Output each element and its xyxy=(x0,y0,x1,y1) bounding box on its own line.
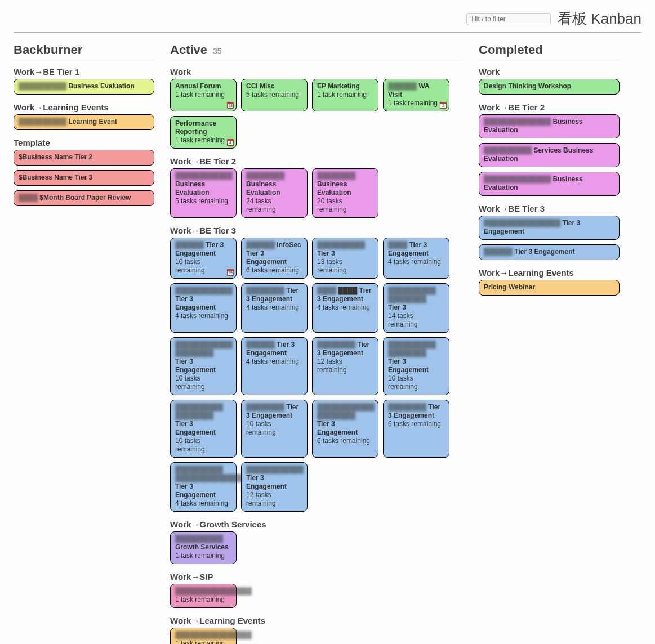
redacted-text: ██████████ ██████████████ xyxy=(175,466,242,482)
card-subtitle: 14 tasks remaining xyxy=(388,312,444,329)
card-subtitle: 12 tasks remaining xyxy=(317,357,373,374)
kanban-card[interactable]: CCI Misc5 tasks remaining xyxy=(241,79,308,111)
kanban-card[interactable]: $Business Name Tier 2 xyxy=(14,150,154,166)
kanban-card[interactable]: ██████████ ████████ Tier 314 tasks remai… xyxy=(383,283,449,333)
kanban-card[interactable]: ████████████ Business Evaluation5 tasks … xyxy=(170,168,237,218)
card-subtitle: 4 tasks remaining xyxy=(246,303,302,312)
kanban-card[interactable]: ██████ InfoSec Tier 3 Engagement6 tasks … xyxy=(241,238,308,279)
kanban-card[interactable]: ██████████████ Business Evaluation xyxy=(479,114,620,138)
card-subtitle: 1 task remaining xyxy=(175,91,231,99)
card-title-text: CCI Misc xyxy=(246,82,275,90)
kanban-card[interactable]: ██████████ ████████ Tier 3 Engagement10 … xyxy=(170,400,237,458)
filter-input[interactable] xyxy=(466,13,551,25)
card-subtitle: 10 tasks remaining xyxy=(175,437,231,454)
card-subtitle: 1 task remaining xyxy=(175,552,231,560)
card-subtitle: 12 tasks remaining xyxy=(246,491,302,508)
redacted-text: ████████████ ████████ xyxy=(175,341,233,357)
kanban-card[interactable]: EP Marketing1 task remaining xyxy=(312,79,378,111)
card-subtitle: 6 tasks remaining xyxy=(388,420,444,428)
kanban-card[interactable]: ██████ Tier 3 Engagement10 tasks remaini… xyxy=(170,238,237,279)
cards-row: ██████████████ Business Evaluation██████… xyxy=(479,114,620,196)
card-title-text: Business Evaluation xyxy=(246,180,280,196)
kanban-card[interactable]: Annual Forum1 task remaining18 xyxy=(170,79,237,111)
redacted-text: ██████████ ████████ xyxy=(175,403,231,420)
cards-row: ██████████ Growth Services1 task remaini… xyxy=(170,531,463,564)
kanban-card[interactable]: ████████ Business Evaluation24 tasks rem… xyxy=(241,168,308,218)
kanban-card[interactable]: ██████████ Tier 313 tasks remaining xyxy=(312,238,378,279)
kanban-card[interactable]: Design Thinking Workshop xyxy=(479,79,620,95)
column-active: Active 35 WorkAnnual Forum1 task remaini… xyxy=(170,43,463,644)
kanban-card[interactable]: ██████████ Business Evaluation xyxy=(14,79,154,95)
column-count: 35 xyxy=(213,47,222,56)
kanban-card[interactable]: ██████████ ██████████████ Tier 3 Engagem… xyxy=(170,462,237,512)
group-title: Work→BE Tier 1 xyxy=(14,67,154,77)
card-subtitle: 4 tasks remaining xyxy=(246,357,302,366)
redacted-text: ████████████ xyxy=(175,172,233,180)
redacted-text: ████ xyxy=(19,194,38,202)
redacted-text: ████████████ xyxy=(175,287,233,295)
card-title: ██████████████ Business Evaluation xyxy=(484,118,614,135)
kanban-card[interactable]: ██████████ Services Business Evaluation xyxy=(479,143,620,167)
kanban-card[interactable]: ████ ████ Tier 3 Engagement4 tasks remai… xyxy=(312,283,378,333)
column-completed: Completed WorkDesign Thinking WorkshopWo… xyxy=(479,43,620,644)
card-title-text: Learning Event xyxy=(68,118,117,126)
card-title-text: Business Evaluation xyxy=(68,82,134,90)
kanban-card[interactable]: ████████ Tier 3 Engagement4 tasks remain… xyxy=(241,283,308,333)
kanban-card[interactable]: ██████ Tier 3 Engagement xyxy=(479,244,620,260)
kanban-card[interactable]: ████████████ Tier 3 Engagement4 tasks re… xyxy=(170,283,237,333)
calendar-icon: 18 xyxy=(227,102,234,109)
redacted-text: ██████████ xyxy=(317,241,365,249)
kanban-card[interactable]: ████████████ ████████ Tier 3 Engagement1… xyxy=(170,337,237,395)
cards-row: ██████████ Business Evaluation xyxy=(14,79,154,95)
kanban-card[interactable]: ████████████████ 1 task remaining xyxy=(170,628,237,644)
kanban-card[interactable]: ████████████ Tier 3 Engagement12 tasks r… xyxy=(241,462,308,512)
card-title-text: Performance Reporting xyxy=(175,119,216,136)
kanban-card[interactable]: ████████ Tier 3 Engagement6 tasks remain… xyxy=(383,400,449,458)
cards-row: Annual Forum1 task remaining18CCI Misc5 … xyxy=(170,79,463,149)
card-title-text: EP Marketing xyxy=(317,82,360,90)
kanban-card[interactable]: ██████████ Learning Event xyxy=(14,114,154,130)
kanban-card[interactable]: ████ $Month Board Paper Review xyxy=(14,190,154,206)
kanban-card[interactable]: ████████████ ████████ Tier 3 Engagement6… xyxy=(312,400,378,458)
kanban-card[interactable]: ████████████████ 1 task remaining xyxy=(170,584,237,608)
kanban-card[interactable]: ████ Tier 3 Engagement4 tasks remaining xyxy=(383,238,449,279)
redacted-text: ██████ xyxy=(246,341,275,349)
card-title: ████████████ Tier 3 Engagement xyxy=(246,466,302,491)
card-title: ████████████ ████████ Tier 3 Engagement xyxy=(175,341,231,374)
kanban-card[interactable]: ████████ Tier 3 Engagement10 tasks remai… xyxy=(241,400,308,458)
redacted-text: ██████ xyxy=(175,241,204,249)
card-title-text: Tier 3 Engagement xyxy=(175,482,216,499)
group-title: Work→BE Tier 2 xyxy=(170,156,463,166)
column-title: Backburner xyxy=(14,43,154,59)
app-title: 看板 Kanban xyxy=(558,9,641,29)
kanban-card[interactable]: ██████████ Growth Services1 task remaini… xyxy=(170,531,237,564)
redacted-text: ██████ xyxy=(246,241,275,249)
card-title-text: Tier 3 Engagement xyxy=(317,420,358,436)
kanban-card[interactable]: $Business Name Tier 3 xyxy=(14,170,154,186)
redacted-text: ██████████ xyxy=(484,146,532,155)
card-title: ██████████ Services Business Evaluation xyxy=(484,146,614,163)
redacted-text: ██████ xyxy=(484,248,513,256)
kanban-card[interactable]: Pricing Webinar xyxy=(479,280,620,296)
cards-row: Pricing Webinar xyxy=(479,280,620,296)
kanban-card[interactable]: ████████████████ Tier 3 Engagement xyxy=(479,216,620,240)
card-subtitle: 20 tasks remaining xyxy=(317,197,373,214)
card-title: ██████████████ Business Evaluation xyxy=(484,175,614,192)
kanban-card[interactable]: ██████████ ████████ Tier 3 Engagement10 … xyxy=(383,337,449,395)
card-title: EP Marketing xyxy=(317,82,373,91)
kanban-card[interactable]: ██████ Tier 3 Engagement4 tasks remainin… xyxy=(241,337,308,395)
card-title: CCI Misc xyxy=(246,82,302,91)
kanban-board: Backburner Work→BE Tier 1██████████ Busi… xyxy=(14,43,641,644)
group-title: Work→Learning Events xyxy=(14,102,154,112)
column-groups: Work→BE Tier 1██████████ Business Evalua… xyxy=(14,67,154,206)
kanban-card[interactable]: ████████ Business Evaluation20 tasks rem… xyxy=(312,168,378,218)
kanban-card[interactable]: ████████ Tier 3 Engagement12 tasks remai… xyxy=(312,337,378,395)
kanban-card[interactable]: Performance Reporting1 task remaining4 xyxy=(170,116,237,149)
card-title-text: Tier 3 xyxy=(317,249,335,257)
cards-row: ████████████████ Tier 3 Engagement██████… xyxy=(479,216,620,260)
kanban-card[interactable]: ██████████████ Business Evaluation xyxy=(479,172,620,196)
card-title: ████████████████ xyxy=(175,587,231,596)
card-title: ████ $Month Board Paper Review xyxy=(19,194,149,202)
kanban-card[interactable]: ██████ WA Visit1 task remaining2 xyxy=(383,79,449,111)
redacted-text: ████████████ xyxy=(246,466,304,474)
